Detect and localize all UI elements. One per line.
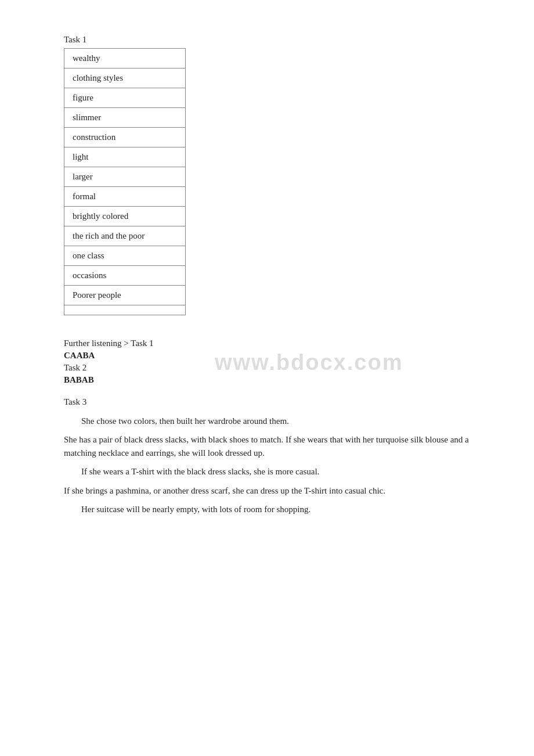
table-row: occasions bbox=[64, 266, 186, 286]
task3-para-4: Her suitcase will be nearly empty, with … bbox=[64, 503, 488, 516]
table-row bbox=[64, 305, 186, 315]
table-row: brightly colored bbox=[64, 207, 186, 226]
task3-label: Task 3 bbox=[64, 395, 488, 409]
further-line3: Task 2 bbox=[64, 363, 488, 373]
table-row: the rich and the poor bbox=[64, 226, 186, 246]
table-row: formal bbox=[64, 187, 186, 207]
task3-para-2: If she wears a T-shirt with the black dr… bbox=[64, 465, 488, 478]
task3-section: Task 3 She chose two colors, then built … bbox=[64, 395, 488, 516]
task1-label: Task 1 bbox=[64, 35, 488, 45]
task3-para-3: If she brings a pashmina, or another dre… bbox=[64, 484, 488, 498]
table-row: figure bbox=[64, 88, 186, 108]
further-line2: CAABA bbox=[64, 351, 488, 361]
table-row: one class bbox=[64, 246, 186, 266]
table-row: clothing styles bbox=[64, 69, 186, 88]
further-section: Further listening > Task 1 CAABA Task 2 … bbox=[64, 339, 488, 385]
table-row: larger bbox=[64, 167, 186, 187]
task3-para-1: She has a pair of black dress slacks, wi… bbox=[64, 433, 488, 459]
task3-paragraphs: She chose two colors, then built her war… bbox=[64, 415, 488, 516]
task3-para-0: She chose two colors, then built her war… bbox=[64, 415, 488, 428]
table-row: slimmer bbox=[64, 108, 186, 128]
table-row: construction bbox=[64, 128, 186, 147]
task1-table-wrapper: wealthyclothing stylesfigureslimmerconst… bbox=[64, 48, 488, 315]
task1-word-table: wealthyclothing stylesfigureslimmerconst… bbox=[64, 48, 186, 315]
table-row: wealthy bbox=[64, 49, 186, 69]
further-line1: Further listening > Task 1 bbox=[64, 339, 488, 348]
table-row: Poorer people bbox=[64, 286, 186, 305]
table-row: light bbox=[64, 147, 186, 167]
further-line4: BABAB bbox=[64, 375, 488, 385]
